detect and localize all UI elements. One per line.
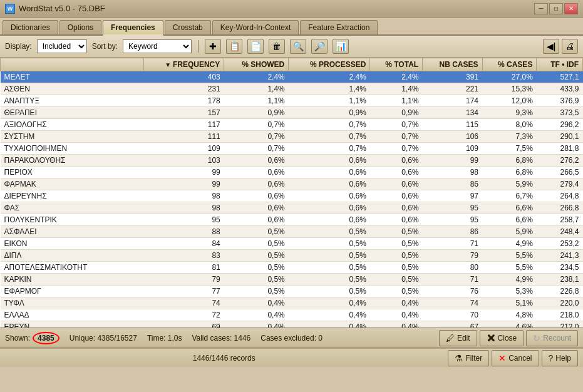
- table-row[interactable]: ΠΕΡΙΟΧ990,6%0,6%0,6%986,8%266,5: [1, 167, 583, 178]
- cell-pct_showed: 2,4%: [224, 71, 289, 83]
- col-pct-cases[interactable]: % CASES: [482, 58, 537, 71]
- display-select[interactable]: Included All Excluded: [37, 39, 87, 53]
- cell-pct_total: 2,4%: [370, 71, 423, 83]
- col-pct-total[interactable]: % TOTAL: [370, 58, 423, 71]
- table-row[interactable]: ΠΟΛΥΚΕΝΤΡΙΚ950,6%0,6%0,6%956,6%258,7: [1, 214, 583, 226]
- cell-frequency: 109: [143, 143, 224, 155]
- cell-nb_cases: 71: [423, 274, 482, 286]
- chart-button[interactable]: 📊: [333, 39, 349, 54]
- table-row[interactable]: ΔΙΕΡΕΥΝΗΣ980,6%0,6%0,6%976,7%264,8: [1, 190, 583, 202]
- table-row[interactable]: ΕΦΑΡΜΟΓ770,5%0,5%0,5%765,3%226,8: [1, 286, 583, 297]
- cell-pct_cases: 5,5%: [482, 262, 537, 274]
- table-row[interactable]: ΤΥΦΛ740,4%0,4%0,4%745,1%220,0: [1, 297, 583, 309]
- cell-frequency: 99: [143, 178, 224, 190]
- cell-nb_cases: 391: [423, 71, 482, 83]
- col-tf-idf[interactable]: TF • IDF: [537, 58, 583, 71]
- close-button[interactable]: 🗙 Close: [480, 330, 524, 346]
- cell-pct_processed: 2,4%: [289, 71, 370, 83]
- tab-frequencies[interactable]: Frequencies: [103, 20, 163, 36]
- col-nb-cases[interactable]: NB CASES: [423, 58, 482, 71]
- table-row[interactable]: ΔΙΠΛ830,5%0,5%0,5%795,5%241,3: [1, 250, 583, 262]
- table-row[interactable]: ΕΡΕΥΝ690,4%0,4%0,4%674,6%212,0: [1, 321, 583, 329]
- cell-pct_showed: 0,7%: [224, 131, 289, 143]
- cell-pct_processed: 0,9%: [289, 107, 370, 119]
- tab-kwic[interactable]: Key-Word-In-Context: [212, 20, 299, 34]
- table-row[interactable]: ΚΑΡΚΙΝ790,5%0,5%0,5%714,9%238,1: [1, 274, 583, 286]
- cell-pct_showed: 0,6%: [224, 155, 289, 167]
- cell-tf_idf: 279,4: [537, 178, 583, 190]
- col-pct-showed[interactable]: % SHOWED: [224, 58, 289, 71]
- copy-button[interactable]: 📄: [247, 39, 264, 54]
- cell-tf_idf: 253,2: [537, 238, 583, 250]
- cell-pct_cases: 4,6%: [482, 321, 537, 329]
- table-row[interactable]: ΑΠΟΤΕΛΕΣΜΑΤΙΚΟΤΗΤ810,5%0,5%0,5%805,5%234…: [1, 262, 583, 274]
- cell-pct_total: 0,6%: [370, 202, 423, 214]
- cancel-button[interactable]: ✕ Cancel: [492, 350, 539, 366]
- table-row[interactable]: ΑΝΑΠΤΥΞ1781,1%1,1%1,1%17412,0%376,9: [1, 95, 583, 107]
- table-row[interactable]: ΜΕΛΕΤ4032,4%2,4%2,4%39127,0%527,1: [1, 71, 583, 83]
- table-row[interactable]: ΣΥΣΤΗΜ1110,7%0,7%0,7%1067,3%290,1: [1, 131, 583, 143]
- filter-button[interactable]: ⚗ Filter: [448, 350, 489, 366]
- display-label: Display:: [5, 42, 32, 51]
- cell-nb_cases: 71: [423, 238, 482, 250]
- table-row[interactable]: ΠΑΡΑΚΟΛΟΥΘΗΣ1030,6%0,6%0,6%996,8%276,2: [1, 155, 583, 167]
- cell-keyword: ΕΦΑΡΜΟΓ: [1, 286, 144, 297]
- cell-nb_cases: 221: [423, 83, 482, 95]
- cell-pct_showed: 0,4%: [224, 297, 289, 309]
- table-row[interactable]: ΑΣΘΕΝ2311,4%1,4%1,4%22115,3%433,9: [1, 83, 583, 95]
- cell-pct_total: 0,4%: [370, 309, 423, 321]
- edit-button[interactable]: 🖊 Edit: [439, 330, 477, 346]
- delete-button[interactable]: 🗑: [269, 39, 285, 54]
- close-window-button[interactable]: ✕: [564, 3, 578, 14]
- sort-select[interactable]: Keyword Frequency % Showed % Processed %…: [123, 39, 192, 53]
- cell-nb_cases: 174: [423, 95, 482, 107]
- print-button[interactable]: 🖨: [562, 39, 578, 54]
- shown-badge: 4385: [33, 332, 59, 344]
- help-button[interactable]: ? Help: [542, 350, 578, 366]
- cell-pct_cases: 5,1%: [482, 297, 537, 309]
- cell-frequency: 157: [143, 107, 224, 119]
- frequency-table-container[interactable]: FREQUENCY % SHOWED % PROCESSED % TOTAL N…: [0, 58, 583, 328]
- table-row[interactable]: ΤΥΧΑΙΟΠΟΙΗΜΕΝ1090,7%0,7%0,7%1097,5%281,8: [1, 143, 583, 155]
- cell-pct_total: 0,6%: [370, 190, 423, 202]
- zoom-button[interactable]: 🔎: [311, 39, 328, 54]
- cell-tf_idf: 248,4: [537, 226, 583, 238]
- cell-keyword: ΘΕΡΑΠΕΙ: [1, 107, 144, 119]
- table-row[interactable]: ΑΞΙΟΛΟΓΗΣ1170,7%0,7%0,7%1158,0%296,2: [1, 119, 583, 131]
- cell-nb_cases: 115: [423, 119, 482, 131]
- table-row[interactable]: ΕΙΚΟΝ840,5%0,5%0,5%714,9%253,2: [1, 238, 583, 250]
- table-row[interactable]: ΕΛΛΑΔ720,4%0,4%0,4%704,8%218,0: [1, 309, 583, 321]
- cell-pct_cases: 8,0%: [482, 119, 537, 131]
- table-row[interactable]: ΦΑΣ980,6%0,6%0,6%956,6%266,8: [1, 202, 583, 214]
- recount-button[interactable]: ↻ Recount: [526, 330, 578, 346]
- tab-dictionaries[interactable]: Dictionaries: [3, 20, 58, 34]
- unique-text: Unique: 4385/16527: [70, 334, 137, 343]
- sort-label: Sort by:: [92, 42, 118, 51]
- cell-pct_cases: 6,8%: [482, 167, 537, 178]
- cell-tf_idf: 433,9: [537, 83, 583, 95]
- table-row[interactable]: ΑΣΦΑΛΕΙ880,5%0,5%0,5%865,9%248,4: [1, 226, 583, 238]
- export-button[interactable]: 📋: [226, 39, 242, 54]
- toolbar: Display: Included All Excluded Sort by: …: [0, 36, 583, 58]
- nav-left-button[interactable]: ◀|: [543, 39, 559, 54]
- tab-feature-extraction[interactable]: Feature Extraction: [300, 20, 378, 34]
- cell-tf_idf: 281,8: [537, 143, 583, 155]
- tab-crosstab[interactable]: Crosstab: [165, 20, 211, 34]
- tab-options[interactable]: Options: [59, 20, 101, 34]
- cell-pct_total: 0,6%: [370, 178, 423, 190]
- cell-pct_showed: 0,5%: [224, 250, 289, 262]
- table-row[interactable]: ΘΕΡΑΠΕΙ1570,9%0,9%0,9%1349,3%373,5: [1, 107, 583, 119]
- col-pct-processed[interactable]: % PROCESSED: [289, 58, 370, 71]
- table-row[interactable]: ΦΑΡΜΑΚ990,6%0,6%0,6%865,9%279,4: [1, 178, 583, 190]
- cell-pct_total: 0,5%: [370, 286, 423, 297]
- cell-pct_showed: 0,4%: [224, 321, 289, 329]
- maximize-button[interactable]: □: [549, 3, 563, 14]
- cell-frequency: 111: [143, 131, 224, 143]
- cell-pct_cases: 12,0%: [482, 95, 537, 107]
- cell-pct_processed: 0,6%: [289, 155, 370, 167]
- search-button[interactable]: 🔍: [290, 39, 306, 54]
- col-frequency[interactable]: FREQUENCY: [143, 58, 224, 71]
- minimize-button[interactable]: ─: [534, 3, 548, 14]
- add-word-button[interactable]: ✚: [205, 39, 221, 54]
- cell-keyword: ΦΑΡΜΑΚ: [1, 178, 144, 190]
